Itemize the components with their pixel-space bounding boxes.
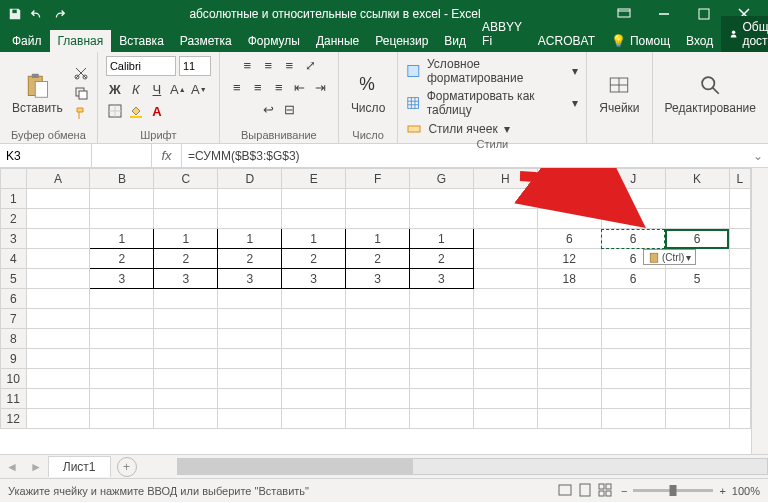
- copy-icon[interactable]: [73, 85, 89, 101]
- row-6[interactable]: 6: [1, 289, 27, 309]
- vertical-scrollbar[interactable]: [751, 168, 768, 454]
- formula-input[interactable]: =СУММ($B$3:$G$3): [182, 147, 748, 165]
- orientation-icon[interactable]: ⤢: [301, 56, 319, 74]
- cell-F4[interactable]: 2: [346, 249, 410, 269]
- redo-icon[interactable]: [52, 7, 66, 21]
- row-10[interactable]: 10: [1, 369, 27, 389]
- cell-K5[interactable]: 5: [665, 269, 729, 289]
- font-size-select[interactable]: [179, 56, 211, 76]
- tab-file[interactable]: Файл: [4, 30, 50, 52]
- cell-G5[interactable]: 3: [410, 269, 474, 289]
- cell-B3[interactable]: 1: [90, 229, 154, 249]
- row-7[interactable]: 7: [1, 309, 27, 329]
- cell-B4[interactable]: 2: [90, 249, 154, 269]
- col-L[interactable]: L: [729, 169, 750, 189]
- row-2[interactable]: 2: [1, 209, 27, 229]
- col-K[interactable]: K: [665, 169, 729, 189]
- align-middle-icon[interactable]: ≡: [259, 56, 277, 74]
- name-box[interactable]: [0, 144, 92, 167]
- cell-B5[interactable]: 3: [90, 269, 154, 289]
- cell-C4[interactable]: 2: [154, 249, 218, 269]
- sheet-nav-next-icon[interactable]: ►: [24, 460, 48, 474]
- cut-icon[interactable]: [73, 65, 89, 81]
- row-1[interactable]: 1: [1, 189, 27, 209]
- col-C[interactable]: C: [154, 169, 218, 189]
- cell-F3[interactable]: 1: [346, 229, 410, 249]
- cell-C5[interactable]: 3: [154, 269, 218, 289]
- select-all-corner[interactable]: [1, 169, 27, 189]
- borders-icon[interactable]: [106, 102, 124, 120]
- save-icon[interactable]: [8, 7, 22, 21]
- share-button[interactable]: Общий доступ: [721, 16, 768, 52]
- format-as-table-button[interactable]: Форматировать как таблицу ▾: [406, 88, 578, 118]
- align-top-icon[interactable]: ≡: [238, 56, 256, 74]
- tab-layout[interactable]: Разметка: [172, 30, 240, 52]
- view-break-icon[interactable]: [597, 482, 613, 500]
- format-painter-icon[interactable]: [73, 105, 89, 121]
- increase-font-icon[interactable]: A▲: [169, 80, 187, 98]
- indent-inc-icon[interactable]: ⇥: [312, 78, 330, 96]
- font-name-select[interactable]: [106, 56, 176, 76]
- cell-C3[interactable]: 1: [154, 229, 218, 249]
- row-11[interactable]: 11: [1, 389, 27, 409]
- cell-E5[interactable]: 3: [282, 269, 346, 289]
- zoom-level[interactable]: 100%: [732, 485, 760, 497]
- tab-abbyy[interactable]: ABBYY Fi: [474, 16, 530, 52]
- bold-button[interactable]: Ж: [106, 80, 124, 98]
- row-3[interactable]: 3: [1, 229, 27, 249]
- col-G[interactable]: G: [410, 169, 474, 189]
- wrap-text-icon[interactable]: ↩: [259, 100, 277, 118]
- view-normal-icon[interactable]: [557, 482, 573, 500]
- cell-I3[interactable]: 6: [537, 229, 601, 249]
- indent-dec-icon[interactable]: ⇤: [291, 78, 309, 96]
- cell-E4[interactable]: 2: [282, 249, 346, 269]
- cell-K3[interactable]: 6: [665, 229, 729, 249]
- decrease-font-icon[interactable]: A▼: [190, 80, 208, 98]
- number-format-button[interactable]: % Число: [347, 69, 390, 117]
- maximize-icon[interactable]: [684, 0, 724, 28]
- editing-button[interactable]: Редактирование: [661, 69, 760, 117]
- tab-acrobat[interactable]: ACROBAT: [530, 30, 603, 52]
- tab-view[interactable]: Вид: [436, 30, 474, 52]
- zoom-slider[interactable]: [633, 489, 713, 492]
- cell-J3[interactable]: 6: [601, 229, 665, 249]
- col-H[interactable]: H: [473, 169, 537, 189]
- row-5[interactable]: 5: [1, 269, 27, 289]
- add-sheet-button[interactable]: +: [117, 457, 137, 477]
- paste-options-tag[interactable]: (Ctrl) ▾: [643, 249, 696, 265]
- cell-styles-button[interactable]: Стили ячеек ▾: [406, 120, 509, 138]
- help-button[interactable]: 💡 Помощ: [603, 30, 678, 52]
- tab-data[interactable]: Данные: [308, 30, 367, 52]
- align-right-icon[interactable]: ≡: [270, 78, 288, 96]
- cell-D3[interactable]: 1: [218, 229, 282, 249]
- align-left-icon[interactable]: ≡: [228, 78, 246, 96]
- cell-D4[interactable]: 2: [218, 249, 282, 269]
- tab-formulas[interactable]: Формулы: [240, 30, 308, 52]
- underline-button[interactable]: Ч: [148, 80, 166, 98]
- merge-icon[interactable]: ⊟: [280, 100, 298, 118]
- align-center-icon[interactable]: ≡: [249, 78, 267, 96]
- undo-icon[interactable]: [30, 7, 44, 21]
- cell-G3[interactable]: 1: [410, 229, 474, 249]
- horizontal-scrollbar[interactable]: [177, 458, 768, 475]
- tab-review[interactable]: Рецензир: [367, 30, 436, 52]
- zoom-in-button[interactable]: +: [719, 485, 725, 497]
- ribbon-options-icon[interactable]: [604, 0, 644, 28]
- font-color-icon[interactable]: A: [148, 102, 166, 120]
- view-page-icon[interactable]: [577, 482, 593, 500]
- sheet-nav-prev-icon[interactable]: ◄: [0, 460, 24, 474]
- col-J[interactable]: J: [601, 169, 665, 189]
- conditional-format-button[interactable]: Условное форматирование ▾: [406, 56, 578, 86]
- col-E[interactable]: E: [282, 169, 346, 189]
- minimize-icon[interactable]: [644, 0, 684, 28]
- row-8[interactable]: 8: [1, 329, 27, 349]
- sheet-tab-1[interactable]: Лист1: [48, 456, 111, 477]
- grid[interactable]: A B C D E F G H I J K L 1 2 3 1 1: [0, 168, 751, 429]
- row-12[interactable]: 12: [1, 409, 27, 429]
- cell-I5[interactable]: 18: [537, 269, 601, 289]
- tab-home[interactable]: Главная: [50, 30, 112, 52]
- col-A[interactable]: A: [26, 169, 90, 189]
- cell-E3[interactable]: 1: [282, 229, 346, 249]
- cell-I4[interactable]: 12: [537, 249, 601, 269]
- login-button[interactable]: Вход: [678, 30, 721, 52]
